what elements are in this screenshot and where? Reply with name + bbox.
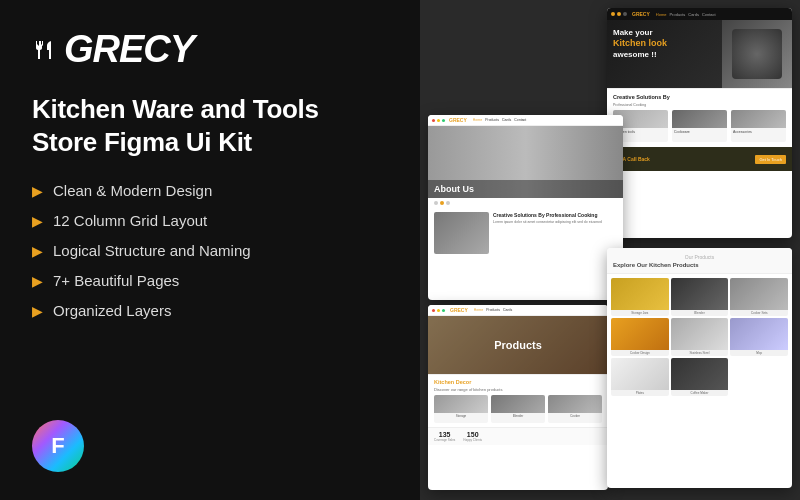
nav-links: Home Products Cards Contact	[656, 12, 716, 17]
ml-nav: GRECY Home Products Cards Contact	[428, 115, 623, 126]
hero-line1: Make your	[613, 28, 667, 38]
ml-content-image	[434, 212, 489, 254]
grid-img-4	[611, 318, 669, 350]
ml-hero-overlay: About Us	[428, 180, 623, 198]
bl-stat-2: 150 Happy Clients	[463, 431, 482, 442]
bl-product-2: Blender	[491, 395, 545, 423]
grid-label-2: Blender	[671, 310, 729, 316]
dot-y	[437, 119, 440, 122]
card3-text: Accessories	[731, 128, 786, 134]
br-header: Our Products Explore Our Kitchen Product…	[607, 248, 792, 274]
nav-products: Products	[669, 12, 685, 17]
feature-label-2: 12 Column Grid Layout	[53, 212, 207, 229]
brand-logo: GRECY	[64, 28, 194, 71]
preview-cta: Get A Call Back Get In Touch	[607, 147, 792, 171]
feature-item-4: ▶ 7+ Beautiful Pages	[32, 272, 388, 289]
hero-image-inner	[732, 29, 782, 79]
preview-hero: Make your Kitchen look awesome !!	[607, 20, 792, 88]
nav-cards: Cards	[688, 12, 699, 17]
ml-nav-cards: Cards	[502, 118, 511, 122]
bl-nav-cards: Cards	[503, 308, 512, 312]
grid-label-3: Cooker Sets	[730, 310, 788, 316]
grid-label-8: Coffee Maker	[671, 390, 729, 396]
grid-img-1	[611, 278, 669, 310]
feature-item-3: ▶ Logical Structure and Naming	[32, 242, 388, 259]
section1-cards: Kitchen tools Cookware Accessories	[613, 110, 786, 142]
grid-label-7: Plates	[611, 390, 669, 396]
nav-home: Home	[656, 12, 667, 17]
bl-product3-label: Cooker	[548, 413, 602, 419]
grid-item-8: Coffee Maker	[671, 358, 729, 396]
ml-hero-title: About Us	[434, 184, 617, 194]
bl-product3-img	[548, 395, 602, 413]
dot1	[434, 201, 438, 205]
preview-nav: GRECY Home Products Cards Contact	[607, 8, 792, 20]
chevron-icon-1: ▶	[32, 183, 43, 199]
bl-product-3: Cooker	[548, 395, 602, 423]
bl-nav: GRECY Home Products Cards	[428, 305, 608, 316]
ml-content-text: Creative Solutions By Professional Cooki…	[493, 212, 617, 254]
feature-label-3: Logical Structure and Naming	[53, 242, 251, 259]
dot-r	[432, 119, 435, 122]
dot3	[446, 201, 450, 205]
nav-dot-red	[611, 12, 615, 16]
bl-hero: Products	[428, 316, 608, 374]
feature-item-1: ▶ Clean & Modern Design	[32, 182, 388, 199]
bl-product1-label: Storage	[434, 413, 488, 419]
bl-product1-img	[434, 395, 488, 413]
bl-nav-products: Products	[486, 308, 500, 312]
hero-image	[722, 20, 792, 88]
preview-logo: GRECY	[632, 11, 650, 17]
fork-icon	[32, 36, 60, 64]
grid-item-4: Cooker Design	[611, 318, 669, 356]
grid-label-5: Stainless Steel	[671, 350, 729, 356]
nav-dot-green	[623, 12, 627, 16]
dot-g	[442, 119, 445, 122]
card2-text: Cookware	[672, 128, 727, 134]
ml-dots	[428, 198, 623, 208]
preview-midleft: GRECY Home Products Cards Contact About …	[428, 115, 623, 300]
card3-img	[731, 110, 786, 128]
bl-stat1-number: 135	[434, 431, 455, 438]
section1-subtitle: Professional Cooking	[613, 103, 786, 107]
ml-nav-contact: Contact	[514, 118, 526, 122]
bl-products-row: Storage Blender Cooker	[434, 395, 602, 423]
card-3: Accessories	[731, 110, 786, 142]
bl-stats: 135 Coverage Sales 150 Happy Clients	[428, 427, 608, 445]
bl-kitchen-section: Kitchen Decor Discover our range of kitc…	[428, 374, 608, 427]
nav-dot-yellow	[617, 12, 621, 16]
page-title: Kitchen Ware and Tools Store Figma Ui Ki…	[32, 93, 388, 158]
ml-logo: GRECY	[449, 117, 467, 123]
left-panel: GRECY Kitchen Ware and Tools Store Figma…	[0, 0, 420, 500]
feature-label-5: Organized Layers	[53, 302, 171, 319]
grid-item-3: Cooker Sets	[730, 278, 788, 316]
nav-contact: Contact	[702, 12, 716, 17]
preview-bottomleft: GRECY Home Products Cards Products Kitch…	[428, 305, 608, 490]
bl-kitchen-sub: Discover our range of kitchen products	[434, 387, 602, 392]
feature-label-1: Clean & Modern Design	[53, 182, 212, 199]
feature-item-2: ▶ 12 Column Grid Layout	[32, 212, 388, 229]
grid-item-2: Blender	[671, 278, 729, 316]
hero-text: Make your Kitchen look awesome !!	[613, 28, 667, 60]
dot2	[440, 201, 444, 205]
preview-container: GRECY Home Products Cards Contact Make y…	[420, 0, 800, 500]
bl-nav-links: Home Products Cards	[474, 308, 513, 312]
bl-nav-home: Home	[474, 308, 483, 312]
chevron-icon-4: ▶	[32, 273, 43, 289]
grid-item-7: Plates	[611, 358, 669, 396]
bl-product2-label: Blender	[491, 413, 545, 419]
br-product-grid: Storage Jars Blender Cooker Sets Cooker …	[607, 274, 792, 400]
ml-nav-products: Products	[485, 118, 499, 122]
grid-img-8	[671, 358, 729, 390]
bl-stat1-label: Coverage Sales	[434, 438, 455, 442]
features-list: ▶ Clean & Modern Design ▶ 12 Column Grid…	[32, 182, 388, 332]
br-header-title: Explore Our Kitchen Products	[613, 262, 786, 268]
preview-topright: GRECY Home Products Cards Contact Make y…	[607, 8, 792, 238]
br-section-label: Our Products	[613, 252, 786, 262]
ml-hero: About Us	[428, 126, 623, 198]
section1-title: Creative Solutions By	[613, 94, 786, 100]
grid-label-4: Cooker Design	[611, 350, 669, 356]
feature-label-4: 7+ Beautiful Pages	[53, 272, 179, 289]
chevron-icon-3: ▶	[32, 243, 43, 259]
preview-section1: Creative Solutions By Professional Cooki…	[607, 88, 792, 147]
